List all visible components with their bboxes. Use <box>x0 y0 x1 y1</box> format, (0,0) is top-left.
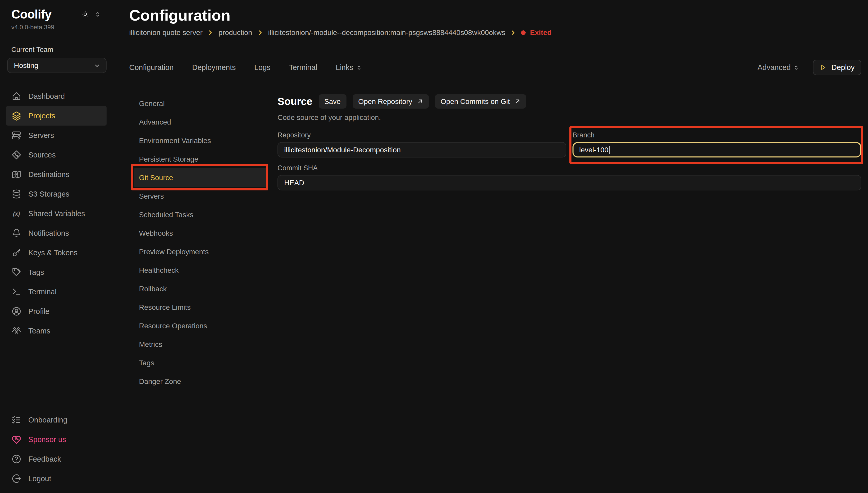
breadcrumb-environment[interactable]: production <box>218 28 252 37</box>
tab-logs[interactable]: Logs <box>254 63 271 71</box>
sidebar-item-profile[interactable]: Profile <box>6 302 107 321</box>
section-title: Source <box>277 95 313 107</box>
subnav-environment-variables[interactable]: Environment Variables <box>134 131 267 150</box>
sidebar-item-shared-variables[interactable]: (x) Shared Variables <box>6 204 107 223</box>
status-badge: Exited <box>521 28 552 37</box>
sidebar-item-destinations[interactable]: Destinations <box>6 165 107 184</box>
breadcrumb-application[interactable]: illicitestonion/-module--decomposition:m… <box>268 28 505 37</box>
repository-field: Repository illicitestonion/Module-Decomp… <box>277 131 566 157</box>
sidebar-item-label: Shared Variables <box>28 210 85 218</box>
bell-icon <box>11 228 22 238</box>
sidebar-item-sources[interactable]: Sources <box>6 145 107 165</box>
branch-input[interactable]: level-100 <box>572 142 861 157</box>
branch-label: Branch <box>572 131 861 139</box>
sidebar-item-label: Teams <box>28 327 50 335</box>
sidebar-item-label: Notifications <box>28 229 69 237</box>
sidebar-item-label: Profile <box>28 307 49 316</box>
variable-icon: (x) <box>11 209 22 219</box>
user-icon <box>11 306 22 317</box>
tag-icon <box>11 267 22 277</box>
page-title: Configuration <box>129 7 861 24</box>
breadcrumb-project[interactable]: illicitonion quote server <box>129 28 203 37</box>
help-circle-icon <box>11 454 22 464</box>
subnav-preview-deployments[interactable]: Preview Deployments <box>134 242 267 261</box>
deploy-button[interactable]: Deploy <box>813 60 861 75</box>
sidebar-item-tags[interactable]: Tags <box>6 262 107 282</box>
git-source-panel: Source Save Open Repository Open Commits… <box>277 94 861 190</box>
theme-selector-icon[interactable] <box>94 10 101 18</box>
sidebar-item-servers[interactable]: Servers <box>6 126 107 145</box>
sidebar-item-sponsor[interactable]: Sponsor us <box>6 430 107 449</box>
play-icon <box>820 64 827 71</box>
subnav-rollback[interactable]: Rollback <box>134 279 267 298</box>
tab-links[interactable]: Links <box>336 63 362 71</box>
selector-icon <box>356 64 362 71</box>
sidebar-item-teams[interactable]: Teams <box>6 321 107 341</box>
subnav-resource-operations[interactable]: Resource Operations <box>134 317 267 335</box>
sidebar-item-label: Servers <box>28 131 54 140</box>
coolify-app: Coolify v4.0.0-beta.399 Current Team Hos… <box>0 0 868 493</box>
subnav-resource-limits[interactable]: Resource Limits <box>134 298 267 317</box>
subnav-servers[interactable]: Servers <box>134 187 267 205</box>
subnav-danger-zone[interactable]: Danger Zone <box>134 372 267 391</box>
subnav-metrics[interactable]: Metrics <box>134 335 267 353</box>
sidebar-item-notifications[interactable]: Notifications <box>6 223 107 243</box>
sidebar-item-keys-tokens[interactable]: Keys & Tokens <box>6 243 107 262</box>
sidebar-item-label: S3 Storages <box>28 190 69 198</box>
tab-deployments[interactable]: Deployments <box>192 63 236 71</box>
advanced-selector[interactable]: Advanced <box>758 63 800 71</box>
team-select-value: Hosting <box>14 61 38 69</box>
sidebar-item-label: Keys & Tokens <box>28 249 78 257</box>
logout-icon <box>11 473 22 484</box>
config-subnav: General Advanced Environment Variables P… <box>134 94 267 391</box>
svg-text:(x): (x) <box>13 211 20 217</box>
key-icon <box>11 248 22 258</box>
open-repository-button[interactable]: Open Repository <box>353 94 429 109</box>
git-source-icon <box>11 150 22 160</box>
tabs-row: Configuration Deployments Logs Terminal … <box>129 60 861 75</box>
app-version: v4.0.0-beta.399 <box>6 24 107 31</box>
subnav-healthcheck[interactable]: Healthcheck <box>134 261 267 279</box>
tab-configuration[interactable]: Configuration <box>129 63 174 71</box>
map-icon <box>11 169 22 179</box>
text-caret <box>609 146 610 154</box>
subnav-persistent-storage[interactable]: Persistent Storage <box>134 150 267 168</box>
selector-icon <box>793 64 800 71</box>
subnav-git-source[interactable]: Git Source <box>134 168 267 187</box>
subnav-advanced[interactable]: Advanced <box>134 113 267 131</box>
terminal-icon <box>11 287 22 297</box>
subnav-scheduled-tasks[interactable]: Scheduled Tasks <box>134 205 267 224</box>
sidebar-item-onboarding[interactable]: Onboarding <box>6 410 107 430</box>
open-commits-button[interactable]: Open Commits on Git <box>435 94 526 109</box>
main-area: Configuration illicitonion quote server … <box>113 0 868 493</box>
sidebar-item-label: Destinations <box>28 170 69 178</box>
sidebar-item-dashboard[interactable]: Dashboard <box>6 86 107 106</box>
subnav-tags[interactable]: Tags <box>134 353 267 372</box>
sidebar-item-s3-storages[interactable]: S3 Storages <box>6 184 107 204</box>
arrow-up-right-icon <box>417 98 423 105</box>
sidebar-item-label: Sources <box>28 151 56 159</box>
chevron-right-icon <box>510 29 516 36</box>
current-team-label: Current Team <box>6 46 107 53</box>
sidebar-item-feedback[interactable]: Feedback <box>6 449 107 469</box>
sidebar-item-label: Terminal <box>28 288 57 296</box>
branch-field: Branch level-100 <box>572 131 861 157</box>
sidebar-item-terminal[interactable]: Terminal <box>6 282 107 302</box>
save-button[interactable]: Save <box>319 94 346 109</box>
database-icon <box>11 189 22 199</box>
subnav-webhooks[interactable]: Webhooks <box>134 224 267 242</box>
users-icon <box>11 326 22 336</box>
chevron-right-icon <box>207 29 214 36</box>
sidebar-item-label: Logout <box>28 474 51 483</box>
team-select[interactable]: Hosting <box>7 58 107 73</box>
commit-sha-input[interactable]: HEAD <box>277 175 861 190</box>
tab-terminal[interactable]: Terminal <box>289 63 317 71</box>
sidebar-item-label: Sponsor us <box>28 435 66 444</box>
status-text: Exited <box>530 28 552 37</box>
layers-icon <box>11 111 22 121</box>
sidebar-item-logout[interactable]: Logout <box>6 469 107 488</box>
theme-sun-icon[interactable] <box>81 10 90 19</box>
repository-input[interactable]: illicitestonion/Module-Decomposition <box>277 142 566 157</box>
subnav-general[interactable]: General <box>134 94 267 113</box>
sidebar-item-projects[interactable]: Projects <box>6 106 107 126</box>
